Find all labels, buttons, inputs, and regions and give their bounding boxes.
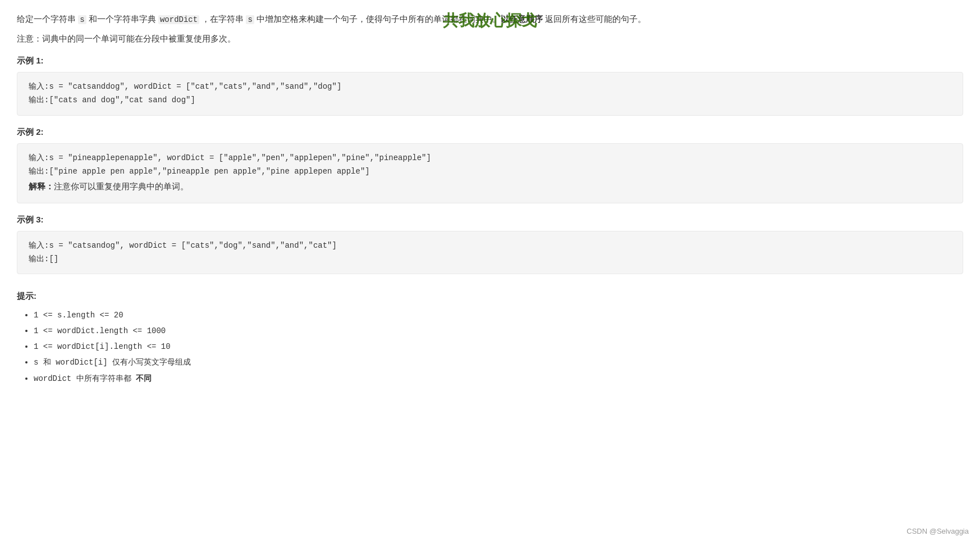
example-3-title: 示例 3: [17, 215, 963, 225]
hint-item-2: 1 <= wordDict[i].length <= 10 [34, 339, 963, 354]
example-3: 示例 3: 输入:s = "catsandog", wordDict = ["c… [17, 215, 963, 275]
example-1-input: 输入:s = "catsanddog", wordDict = ["cat","… [29, 80, 951, 94]
example-2-explanation: 解释：注意你可以重复使用字典中的单词。 [29, 180, 951, 195]
hint-text-2: 1 <= wordDict[i].length <= 10 [34, 342, 171, 351]
hint-bold-4: 不同 [136, 374, 152, 383]
hint-item-3: s 和 wordDict[i] 仅有小写英文字母组成 [34, 354, 963, 370]
problem-description: 共我放心探戈 给定一个字符串 s 和一个字符串字典 wordDict ，在字符串… [17, 11, 963, 27]
hints-list: 1 <= s.length <= 20 1 <= wordDict.length… [17, 307, 963, 387]
example-2-input: 输入:s = "pineapplepenapple", wordDict = [… [29, 152, 951, 165]
example-3-code: 输入:s = "catsandog", wordDict = ["cats","… [17, 231, 963, 275]
desc-prefix: 给定一个字符串 [17, 14, 78, 24]
hint-item-1: 1 <= wordDict.length <= 1000 [34, 323, 963, 339]
example-2-code: 输入:s = "pineapplepenapple", wordDict = [… [17, 143, 963, 203]
hint-item-4: wordDict 中所有字符串都 不同 [34, 370, 963, 387]
example-2-output: 输出:["pine apple pen apple","pineapple pe… [29, 165, 951, 179]
explanation-label: 解释： [29, 183, 54, 192]
bold-part: 以任意顺序 [501, 14, 543, 24]
desc-middle1: 和一个字符串字典 [86, 14, 158, 24]
explanation-text: 注意你可以重复使用字典中的单词。 [54, 183, 189, 192]
examples-container: 示例 1: 输入:s = "catsanddog", wordDict = ["… [17, 56, 963, 274]
hints-section: 提示: 1 <= s.length <= 20 1 <= wordDict.le… [17, 291, 963, 387]
hint-text-3: s 和 wordDict[i] 仅有小写英文字母组成 [34, 358, 191, 367]
example-3-output: 输出:[] [29, 253, 951, 266]
hint-text-0: 1 <= s.length <= 20 [34, 311, 123, 320]
desc-middle2: ，在字符串 [199, 14, 246, 24]
hint-item-0: 1 <= s.length <= 20 [34, 307, 963, 323]
example-2: 示例 2: 输入:s = "pineapplepenapple", wordDi… [17, 127, 963, 203]
example-1-output: 输出:["cats and dog","cat sand dog"] [29, 94, 951, 107]
example-1-title: 示例 1: [17, 56, 963, 66]
desc-suffix: 中增加空格来构建一个句子，使得句子中所有的单词都在词典中。 [254, 14, 501, 24]
note-text: 词典中的同一个单词可能在分段中被重复使用多次。 [42, 34, 236, 43]
hints-title: 提示: [17, 291, 963, 302]
hint-text-1: 1 <= wordDict.length <= 1000 [34, 326, 166, 335]
example-3-input: 输入:s = "catsandog", wordDict = ["cats","… [29, 239, 951, 253]
desc-end: 返回所有这些可能的句子。 [543, 14, 646, 24]
example-1-code: 输入:s = "catsanddog", wordDict = ["cat","… [17, 72, 963, 116]
worddict-var: wordDict [158, 15, 199, 24]
example-2-title: 示例 2: [17, 127, 963, 138]
s-var: s [78, 15, 86, 24]
problem-note: 注意：词典中的同一个单词可能在分段中被重复使用多次。 [17, 34, 963, 44]
example-1: 示例 1: 输入:s = "catsanddog", wordDict = ["… [17, 56, 963, 116]
hint-text-4a: wordDict 中所有字符串都 [34, 374, 136, 383]
s-var2: s [246, 15, 254, 24]
note-prefix: 注意： [17, 34, 42, 43]
